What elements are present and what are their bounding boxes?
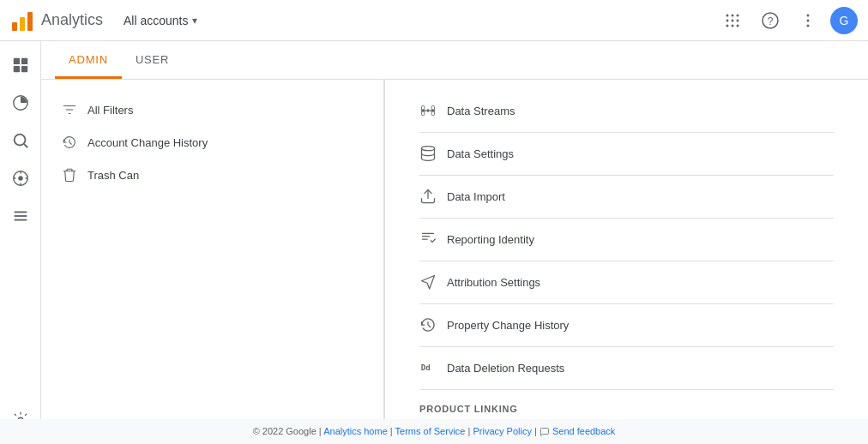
property-change-history-item[interactable]: Property Change History	[385, 308, 868, 343]
svg-rect-17	[13, 58, 19, 64]
help-icon: ?	[762, 12, 779, 29]
data-deletion-icon: Dd	[419, 359, 437, 376]
svg-text:Dd: Dd	[421, 363, 431, 372]
sidebar-reports-button[interactable]	[3, 86, 38, 120]
all-filters-item[interactable]: All Filters	[41, 93, 383, 126]
avatar-letter: G	[840, 14, 849, 27]
all-accounts-button[interactable]: All accounts ▾	[117, 10, 203, 31]
trash-icon	[62, 167, 77, 183]
attribution-icon	[419, 273, 437, 291]
svg-text:?: ?	[768, 15, 774, 27]
sidebar-icons	[0, 41, 41, 444]
more-options-button[interactable]	[793, 5, 823, 36]
svg-point-7	[732, 19, 734, 21]
divider-4	[419, 261, 834, 261]
svg-point-36	[431, 109, 434, 111]
top-bar: Analytics All accounts ▾ ?	[0, 0, 868, 41]
svg-point-4	[732, 14, 734, 16]
home-icon	[11, 56, 30, 75]
svg-point-5	[737, 14, 739, 16]
sidebar-list-button[interactable]	[3, 199, 38, 233]
account-change-history-label: Account Change History	[87, 136, 208, 149]
chevron-down-icon: ▾	[192, 15, 197, 27]
footer-copyright: © 2022 Google	[253, 426, 316, 436]
content-area: ADMIN USER All Filters	[41, 41, 868, 444]
footer-privacy[interactable]: Privacy Policy	[473, 426, 531, 436]
vertical-dots-icon	[799, 12, 817, 29]
svg-rect-20	[21, 66, 27, 72]
right-panel: Data Streams Data Settings	[385, 80, 868, 444]
trash-can-label: Trash Can	[87, 169, 139, 182]
data-import-item[interactable]: Data Import	[385, 179, 868, 214]
filter-icon	[62, 102, 77, 117]
svg-rect-19	[13, 66, 19, 72]
svg-point-14	[807, 14, 810, 16]
sidebar-explore-button[interactable]	[3, 123, 38, 158]
footer-send-feedback[interactable]: Send feedback	[552, 426, 615, 436]
svg-point-25	[18, 176, 23, 181]
data-settings-item[interactable]: Data Settings	[385, 136, 868, 171]
reports-icon	[11, 93, 30, 112]
divider-5	[419, 303, 834, 304]
top-bar-left: Analytics All accounts ▾	[10, 9, 717, 33]
svg-point-16	[807, 24, 810, 27]
svg-point-9	[726, 24, 729, 27]
attribution-settings-item[interactable]: Attribution Settings	[385, 265, 868, 300]
sidebar-home-button[interactable]	[3, 48, 38, 82]
reporting-identity-label: Reporting Identity	[447, 233, 534, 246]
divider-7	[419, 389, 834, 390]
all-filters-label: All Filters	[87, 104, 133, 117]
svg-point-10	[732, 24, 734, 27]
attribution-settings-label: Attribution Settings	[447, 276, 540, 289]
list-icon	[11, 207, 30, 225]
footer: © 2022 Google | Analytics home | Terms o…	[0, 419, 868, 444]
tabs-bar: ADMIN USER	[41, 41, 868, 80]
data-streams-item[interactable]: Data Streams	[385, 93, 868, 129]
reporting-identity-icon	[419, 231, 437, 248]
help-button[interactable]: ?	[755, 5, 786, 36]
tab-user[interactable]: USER	[122, 41, 183, 79]
apps-grid-icon	[724, 12, 741, 29]
svg-point-35	[426, 109, 429, 111]
data-import-label: Data Import	[447, 190, 505, 203]
svg-point-8	[737, 19, 739, 21]
admin-content: All Filters Account Change History	[41, 80, 868, 444]
reporting-identity-item[interactable]: Reporting Identity	[385, 222, 868, 257]
tab-admin[interactable]: ADMIN	[55, 41, 122, 79]
svg-line-23	[24, 144, 27, 147]
footer-analytics-home[interactable]: Analytics home	[323, 426, 388, 436]
trash-can-item[interactable]: Trash Can	[41, 159, 383, 191]
svg-rect-1	[20, 17, 25, 31]
google-apps-button[interactable]	[717, 5, 748, 36]
svg-point-22	[14, 135, 25, 146]
data-deletion-requests-item[interactable]: Dd Data Deletion Requests	[385, 351, 868, 386]
app-title: Analytics	[41, 11, 103, 29]
svg-point-34	[422, 109, 425, 111]
user-avatar-button[interactable]: G	[830, 7, 858, 34]
data-streams-label: Data Streams	[447, 105, 515, 117]
left-panel: All Filters Account Change History	[41, 80, 384, 444]
history-icon	[62, 135, 77, 150]
main-layout: ADMIN USER All Filters	[0, 41, 868, 444]
svg-point-6	[726, 19, 729, 21]
advertising-icon	[11, 169, 30, 188]
all-accounts-label: All accounts	[124, 14, 188, 27]
data-streams-icon	[419, 102, 437, 119]
divider-3	[419, 218, 834, 219]
data-settings-icon	[419, 145, 437, 162]
svg-point-15	[807, 19, 810, 21]
svg-rect-2	[27, 12, 33, 31]
svg-point-3	[726, 14, 729, 16]
divider-1	[419, 132, 834, 133]
divider-2	[419, 175, 834, 176]
data-settings-label: Data Settings	[447, 147, 514, 160]
data-import-icon	[419, 188, 437, 205]
top-bar-right: ? G	[717, 5, 858, 36]
footer-terms[interactable]: Terms of Service	[395, 426, 466, 436]
account-change-history-item[interactable]: Account Change History	[41, 126, 383, 159]
property-history-icon	[419, 316, 437, 333]
svg-rect-0	[12, 22, 17, 31]
product-linking-label: PRODUCT LINKING	[385, 393, 868, 419]
sidebar-advertising-button[interactable]	[3, 161, 38, 195]
analytics-logo-icon	[10, 9, 34, 33]
